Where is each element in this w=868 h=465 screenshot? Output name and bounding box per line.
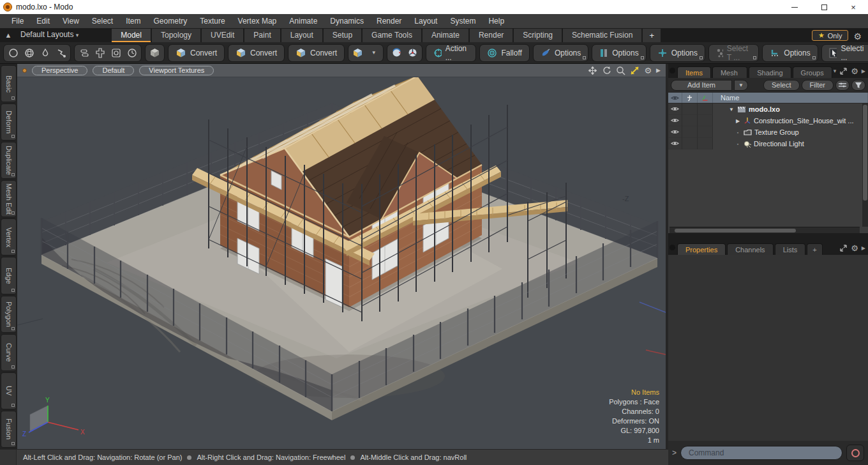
tab-topology[interactable]: Topology (152, 29, 200, 42)
layers-icon[interactable] (76, 45, 92, 61)
add-panel-tab-button[interactable]: + (807, 243, 822, 255)
tab-model[interactable]: Model (112, 29, 151, 42)
layout-switcher[interactable]: Default Layouts ▾ (17, 28, 82, 42)
viewport-scene[interactable]: -X -Z (17, 77, 666, 449)
action-center-button[interactable]: Action ... (426, 44, 476, 62)
tree-horizontal-scrollbar[interactable] (670, 227, 860, 233)
tree-row-directional-light[interactable]: ▪ Directional Light (668, 138, 868, 149)
visibility-toggle[interactable] (668, 138, 682, 149)
lock-column-header[interactable] (682, 93, 698, 103)
only-button[interactable]: ★ Only (812, 30, 849, 41)
visibility-toggle[interactable] (668, 103, 682, 115)
menu-render[interactable]: Render (370, 14, 408, 28)
tab-lists[interactable]: Lists (775, 243, 806, 255)
menu-vertex-map[interactable]: Vertex Map (232, 14, 283, 28)
command-input[interactable] (680, 446, 842, 460)
minimize-button[interactable] (780, 0, 809, 14)
tab-shading[interactable]: Shading (749, 66, 791, 78)
add-tab-button[interactable]: + (643, 29, 661, 42)
gear-icon[interactable]: ⚙ (853, 31, 862, 42)
menu-view[interactable]: View (56, 14, 86, 28)
panel-notch-icon[interactable] (670, 68, 675, 73)
detach-panel-icon[interactable] (839, 67, 848, 75)
maximize-viewport-icon[interactable] (630, 66, 640, 75)
detach-panel-icon[interactable] (839, 244, 848, 252)
scrollbar-thumb[interactable] (675, 229, 796, 232)
falloff-button[interactable]: Falloff (479, 44, 529, 62)
tree-vertical-scrollbar[interactable] (862, 103, 868, 227)
tool-tab-edge[interactable]: Edge (1, 257, 17, 294)
visibility-toggle[interactable] (668, 126, 682, 138)
collapse-arrow-icon[interactable]: ▼ (728, 107, 735, 112)
tool-tab-basic[interactable]: Basic (1, 65, 17, 102)
expand-arrow-icon[interactable]: ▶ (735, 118, 741, 124)
tab-uvedit[interactable]: UVEdit (202, 29, 243, 42)
maximize-button[interactable] (809, 0, 839, 14)
tree-item-label[interactable]: Texture Group (754, 128, 799, 136)
viewport-textures-button[interactable]: Viewport Textures (139, 66, 214, 75)
menu-edit[interactable]: Edit (30, 14, 56, 28)
tab-properties[interactable]: Properties (677, 243, 726, 255)
name-column-header[interactable]: Name (713, 93, 868, 103)
up-arrow-icon[interactable]: ▲ (0, 29, 17, 42)
visibility-column-header[interactable] (668, 93, 682, 103)
crosshair-options-button[interactable]: Options (650, 44, 705, 62)
tree-row-scene[interactable]: ▼ modo.lxo (668, 103, 868, 115)
add-item-dropdown[interactable]: ▼ (734, 80, 748, 91)
panel-gear-icon[interactable]: ⚙ (851, 243, 858, 253)
tab-channels[interactable]: Channels (727, 243, 773, 255)
orb-rotate-icon[interactable] (389, 45, 405, 61)
add-item-button[interactable]: Add Item (671, 80, 732, 91)
tool-tab-duplicate[interactable]: Duplicate (1, 142, 17, 179)
rotate-icon[interactable] (602, 66, 611, 75)
tab-game-tools[interactable]: Game Tools (363, 29, 421, 42)
blue-cube-icon[interactable] (350, 45, 366, 61)
uv-frame-icon[interactable] (108, 45, 124, 61)
convert-button-3[interactable]: Convert (288, 44, 345, 62)
tab-render[interactable]: Render (470, 29, 513, 42)
tree-item-label[interactable]: Directional Light (754, 140, 804, 148)
panel-expand-icon[interactable]: ▶ (862, 245, 865, 251)
tree-item-label[interactable]: modo.lxo (749, 105, 780, 113)
viewport-dot-icon[interactable] (22, 68, 27, 73)
panel-expand-icon[interactable]: ▶ (862, 68, 865, 74)
perspective-button[interactable]: Perspective (32, 66, 87, 75)
list-options-button[interactable] (835, 80, 849, 91)
scrollbar-thumb[interactable] (863, 105, 867, 201)
viewport-expand-icon[interactable]: ▶ (656, 67, 661, 73)
tab-setup[interactable]: Setup (324, 29, 361, 42)
tree-item-label[interactable]: Construction_Site_House_wit ... (754, 117, 854, 125)
tree-row-mesh[interactable]: ▶ Construction_Site_House_wit ... (668, 115, 868, 126)
tab-paint[interactable]: Paint (244, 29, 280, 42)
paint-options-button[interactable]: Options (533, 44, 588, 62)
tool-tab-uv[interactable]: UV (1, 372, 17, 409)
close-button[interactable]: × (839, 0, 868, 14)
tab-schematic-fusion[interactable]: Schematic Fusion (563, 29, 641, 42)
unfold-icon[interactable] (92, 45, 108, 61)
panel-gear-icon[interactable]: ⚙ (851, 66, 858, 76)
tab-scripting[interactable]: Scripting (514, 29, 562, 42)
tool-tab-deform[interactable]: Deform (1, 103, 17, 141)
selection-button[interactable]: Selecti ... (821, 44, 868, 62)
menu-help[interactable]: Help (482, 14, 511, 28)
filter-button[interactable]: Filter (802, 80, 834, 91)
menu-animate[interactable]: Animate (283, 14, 324, 28)
panel-notch-icon[interactable] (670, 245, 675, 250)
viewport-3d[interactable]: Perspective Default Viewport Textures ⚙ … (17, 64, 666, 449)
tool-tab-curve[interactable]: Curve (1, 334, 17, 371)
orb-axis-icon[interactable] (405, 45, 421, 61)
convert-button-2[interactable]: Convert (228, 44, 285, 62)
menu-layout[interactable]: Layout (408, 14, 444, 28)
record-macro-button[interactable] (846, 445, 864, 461)
tab-groups[interactable]: Groups (793, 66, 832, 78)
sphere-tool-icon[interactable] (21, 45, 37, 61)
menu-texture[interactable]: Texture (193, 14, 231, 28)
tab-animate[interactable]: Animate (423, 29, 468, 42)
convert-button-1[interactable]: Convert (168, 44, 225, 62)
menu-dynamics[interactable]: Dynamics (324, 14, 370, 28)
corner-options-button[interactable]: Options (762, 44, 818, 62)
funnel-filter-button[interactable] (851, 80, 865, 91)
select-through-button[interactable]: Select T ... (708, 44, 759, 62)
tool-tab-mesh-edit[interactable]: Mesh Edit (1, 180, 17, 217)
zoom-icon[interactable] (616, 66, 625, 75)
